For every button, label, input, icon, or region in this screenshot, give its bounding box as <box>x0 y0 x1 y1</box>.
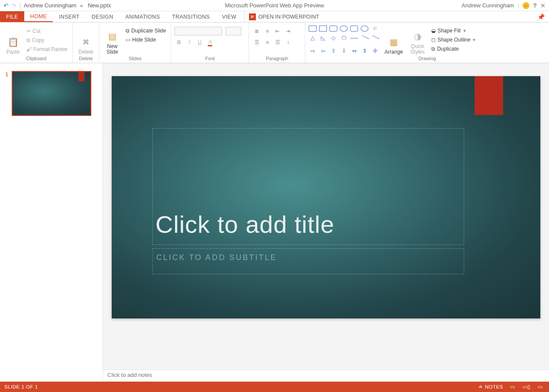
user-name[interactable]: Andrew Cunningham <box>462 2 514 9</box>
format-painter-label: Format Painter <box>33 46 68 52</box>
normal-view-button[interactable]: ▭ <box>508 383 517 390</box>
shape-fill-label: Shape Fill <box>437 28 460 34</box>
shape-arrow-left[interactable]: ⇦ <box>319 48 327 54</box>
paste-label: Paste <box>6 49 20 55</box>
cut-icon: ✂ <box>26 28 31 34</box>
copy-label: Copy <box>32 37 44 43</box>
pin-icon[interactable]: 📌 <box>533 11 549 22</box>
duplicate-label: Duplicate <box>437 46 459 52</box>
ribbon-decoration <box>475 76 503 115</box>
arrange-label: Arrange <box>384 49 403 55</box>
reading-view-button[interactable]: ▭▯ <box>522 383 531 390</box>
shape-star[interactable]: ☆ <box>371 26 379 32</box>
bullets-button[interactable]: ≣ <box>252 27 261 35</box>
shape-arrow-right[interactable]: ⇨ <box>309 48 316 54</box>
copy-icon: ⧉ <box>26 37 30 43</box>
shape-doublearrow[interactable] <box>371 35 379 41</box>
shape-cloud[interactable] <box>361 26 368 32</box>
notes-toggle[interactable]: ≐ NOTES <box>478 384 503 390</box>
shape-callout[interactable] <box>350 26 358 32</box>
shape-pentagon[interactable]: ⬠ <box>340 35 348 41</box>
feedback-icon[interactable]: ☺ <box>523 2 530 9</box>
shape-arrow-ud[interactable]: ⇕ <box>361 48 368 54</box>
delete-button[interactable]: ✖ Delete <box>76 24 95 56</box>
font-color-button[interactable]: A <box>206 38 214 47</box>
shape-triangle[interactable]: △ <box>309 35 316 41</box>
breadcrumb-file[interactable]: New.pptx <box>88 2 111 9</box>
group-paragraph: ≣ ≡ ⇤ ⇥ ☰ ≡ ☰ ↕ Paragraph <box>249 22 305 63</box>
slide-thumbnail[interactable] <box>12 71 91 116</box>
quick-styles-label: Quick Styles <box>410 44 425 55</box>
decrease-indent-button[interactable]: ⇤ <box>273 27 282 35</box>
bold-button[interactable]: B <box>174 38 183 47</box>
align-left-button[interactable]: ☰ <box>252 38 261 47</box>
tab-animations[interactable]: ANIMATIONS <box>119 11 166 22</box>
tab-file[interactable]: FILE <box>0 11 24 22</box>
shape-arrow-quad[interactable]: ✢ <box>371 48 379 54</box>
shape-arrowline[interactable] <box>361 35 368 41</box>
tab-home[interactable]: HOME <box>24 11 53 22</box>
group-slides: ▤ New Slide ⧉Duplicate Slide ▭Hide Slide… <box>99 22 171 63</box>
format-painter-button[interactable]: 🖌Format Painter <box>25 45 69 53</box>
help-icon[interactable]: ? <box>533 2 537 9</box>
group-label: Font <box>174 56 245 62</box>
arrange-icon: ▦ <box>387 35 400 48</box>
subtitle-placeholder[interactable]: CLICK TO ADD SUBTITLE <box>152 248 464 274</box>
shape-diamond[interactable]: ◇ <box>329 35 337 41</box>
cut-button[interactable]: ✂Cut <box>25 27 69 35</box>
align-right-button[interactable]: ☰ <box>273 38 282 47</box>
breadcrumb[interactable]: Andrew Cunningham ▸ New.pptx <box>24 2 111 9</box>
undo-icon[interactable]: ↶ <box>3 2 9 9</box>
arrange-button[interactable]: ▦ Arrange <box>382 24 405 56</box>
shape-rtriangle[interactable]: ◺ <box>319 35 327 41</box>
shape-fill-button[interactable]: ◒Shape Fill▾ <box>430 27 477 35</box>
duplicate-button[interactable]: ⧉Duplicate <box>430 45 477 53</box>
redo-icon[interactable]: ↷ <box>11 2 16 9</box>
shape-arrow-up[interactable]: ⇧ <box>329 48 337 54</box>
workspace: 1 Click to add title CLICK TO ADD SUBTIT… <box>0 63 549 382</box>
align-center-button[interactable]: ≡ <box>263 38 271 47</box>
slide-stage[interactable]: Click to add title CLICK TO ADD SUBTITLE <box>103 63 549 370</box>
hide-slide-label: Hide Slide <box>132 37 156 43</box>
group-font: B I U A Font <box>171 22 249 63</box>
shape-outline-button[interactable]: ◻Shape Outline▾ <box>430 36 477 44</box>
tab-view[interactable]: VIEW <box>216 11 242 22</box>
quick-styles-button[interactable]: ◑ Quick Styles <box>407 24 427 56</box>
font-size-select[interactable] <box>226 27 241 35</box>
statusbar: SLIDE 1 OF 1 ≐ NOTES ▭ ▭▯ ▭ <box>0 382 549 392</box>
increase-indent-button[interactable]: ⇥ <box>284 27 292 35</box>
numbering-button[interactable]: ≡ <box>263 27 271 35</box>
slide[interactable]: Click to add title CLICK TO ADD SUBTITLE <box>112 76 540 318</box>
chevron-down-icon: ▾ <box>473 37 475 43</box>
tab-transitions[interactable]: TRANSITIONS <box>166 11 216 22</box>
group-clipboard: 📋 Paste ✂Cut ⧉Copy 🖌Format Painter Clipb… <box>0 22 73 63</box>
shape-arrow-down[interactable]: ⇩ <box>340 48 348 54</box>
delete-label: Delete <box>78 49 94 55</box>
shape-line[interactable] <box>350 38 358 44</box>
shape-rect[interactable] <box>319 26 327 32</box>
underline-button[interactable]: U <box>195 38 204 47</box>
font-name-select[interactable] <box>174 27 222 35</box>
shape-textbox[interactable] <box>309 26 316 32</box>
notes-pane[interactable]: Click to add notes <box>103 370 549 382</box>
copy-button[interactable]: ⧉Copy <box>25 36 69 44</box>
close-icon[interactable]: ✕ <box>540 2 546 9</box>
shape-roundrect[interactable] <box>329 26 337 32</box>
paste-button[interactable]: 📋 Paste <box>3 24 23 56</box>
shape-arrow-lr[interactable]: ⇔ <box>350 48 358 54</box>
shape-oval[interactable] <box>340 26 348 32</box>
breadcrumb-user[interactable]: Andrew Cunningham <box>24 2 76 9</box>
open-in-powerpoint[interactable]: P OPEN IN POWERPOINT <box>244 11 323 22</box>
shapes-gallery[interactable]: ☆ △ ◺ ◇ ⬠ ⇨ ⇦ ⇧ ⇩ ⇔ ⇕ ✢ <box>309 24 380 56</box>
duplicate-slide-button[interactable]: ⧉Duplicate Slide <box>124 27 167 35</box>
hide-slide-button[interactable]: ▭Hide Slide <box>124 36 167 44</box>
tab-insert[interactable]: INSERT <box>53 11 85 22</box>
italic-button[interactable]: I <box>185 38 194 47</box>
new-slide-button[interactable]: ▤ New Slide <box>103 24 122 56</box>
divider <box>20 2 20 9</box>
slideshow-view-button[interactable]: ▭ <box>536 383 545 390</box>
title-placeholder[interactable]: Click to add title <box>152 128 464 245</box>
tab-design[interactable]: DESIGN <box>86 11 119 22</box>
text-direction-button[interactable]: ↕ <box>284 38 292 47</box>
title-text: Click to add title <box>155 210 334 238</box>
